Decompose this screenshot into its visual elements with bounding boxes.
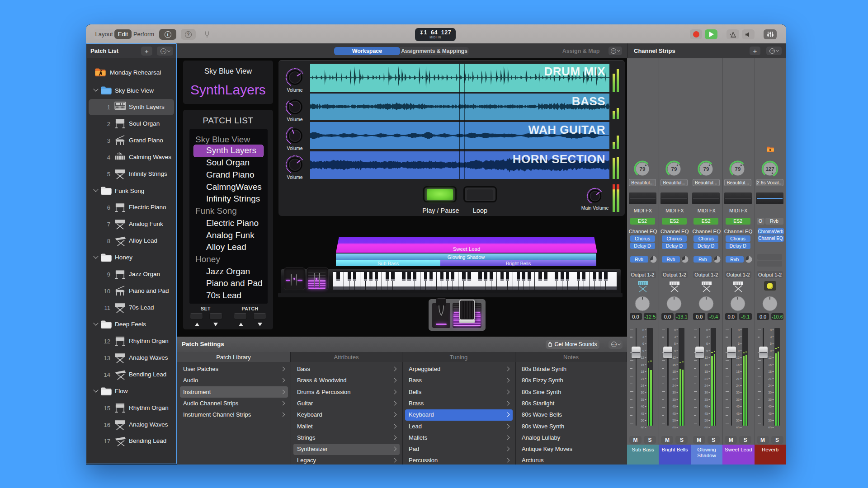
svg-text:35: 35 — [673, 398, 676, 401]
svg-text:12: 12 — [736, 356, 740, 359]
svg-text:18: 18 — [704, 370, 708, 373]
svg-text:18: 18 — [768, 370, 772, 373]
svg-text:50: 50 — [641, 419, 644, 422]
svg-text:30: 30 — [768, 391, 772, 394]
svg-text:0: 0 — [642, 328, 644, 332]
svg-text:3: 3 — [770, 335, 772, 338]
svg-text:0: 0 — [674, 328, 676, 332]
svg-text:40: 40 — [736, 405, 740, 408]
svg-text:9: 9 — [642, 349, 644, 352]
svg-text:6: 6 — [642, 342, 644, 345]
svg-text:50: 50 — [704, 419, 708, 422]
svg-text:24: 24 — [704, 384, 708, 387]
svg-text:60: 60 — [641, 426, 644, 429]
svg-text:40: 40 — [768, 405, 772, 408]
svg-text:35: 35 — [641, 398, 644, 401]
svg-text:50: 50 — [673, 419, 676, 422]
svg-text:50: 50 — [768, 419, 772, 422]
svg-text:60: 60 — [768, 426, 772, 429]
svg-text:35: 35 — [704, 398, 708, 401]
svg-text:30: 30 — [704, 391, 708, 394]
svg-text:12: 12 — [768, 356, 772, 359]
svg-text:35: 35 — [768, 398, 772, 401]
svg-text:21: 21 — [673, 377, 676, 380]
svg-text:0: 0 — [738, 328, 740, 332]
svg-text:40: 40 — [673, 405, 676, 408]
svg-text:0: 0 — [770, 328, 772, 332]
svg-text:24: 24 — [736, 384, 740, 387]
svg-text:24: 24 — [673, 384, 676, 387]
svg-text:21: 21 — [768, 377, 772, 380]
svg-text:9: 9 — [770, 349, 772, 352]
svg-text:0: 0 — [706, 328, 708, 332]
svg-text:9: 9 — [706, 349, 708, 352]
svg-text:12: 12 — [641, 356, 644, 359]
svg-text:79: 79 — [703, 166, 709, 172]
svg-text:12: 12 — [704, 356, 708, 359]
svg-text:15: 15 — [641, 363, 644, 366]
svg-text:45: 45 — [736, 412, 740, 415]
svg-text:15: 15 — [704, 363, 708, 366]
svg-text:21: 21 — [704, 377, 708, 380]
svg-text:15: 15 — [768, 363, 772, 366]
svg-text:15: 15 — [673, 363, 676, 366]
svg-text:18: 18 — [736, 370, 740, 373]
svg-text:79: 79 — [671, 166, 677, 172]
svg-text:9: 9 — [674, 349, 676, 352]
svg-text:35: 35 — [736, 398, 740, 401]
svg-text:6: 6 — [706, 342, 708, 345]
svg-text:24: 24 — [641, 384, 644, 387]
svg-text:15: 15 — [736, 363, 740, 366]
svg-text:40: 40 — [641, 405, 644, 408]
svg-text:3: 3 — [706, 335, 708, 338]
svg-text:60: 60 — [704, 426, 708, 429]
svg-text:24: 24 — [768, 384, 772, 387]
svg-text:79: 79 — [735, 166, 741, 172]
svg-text:60: 60 — [736, 426, 740, 429]
svg-text:30: 30 — [736, 391, 740, 394]
svg-text:30: 30 — [641, 391, 644, 394]
svg-text:50: 50 — [736, 419, 740, 422]
svg-text:45: 45 — [673, 412, 676, 415]
svg-text:12: 12 — [673, 356, 676, 359]
svg-text:18: 18 — [673, 370, 676, 373]
svg-text:21: 21 — [641, 377, 644, 380]
svg-text:45: 45 — [768, 412, 772, 415]
svg-text:3: 3 — [738, 335, 740, 338]
svg-text:45: 45 — [641, 412, 644, 415]
svg-text:60: 60 — [673, 426, 676, 429]
svg-text:3: 3 — [674, 335, 676, 338]
svg-text:40: 40 — [704, 405, 708, 408]
svg-text:18: 18 — [641, 370, 644, 373]
svg-text:3: 3 — [642, 335, 644, 338]
svg-text:6: 6 — [738, 342, 740, 345]
svg-text:9: 9 — [738, 349, 740, 352]
svg-text:79: 79 — [640, 166, 646, 172]
svg-text:30: 30 — [673, 391, 676, 394]
svg-text:6: 6 — [770, 342, 772, 345]
svg-text:127: 127 — [765, 166, 774, 172]
svg-text:6: 6 — [674, 342, 676, 345]
svg-text:21: 21 — [736, 377, 740, 380]
svg-text:45: 45 — [704, 412, 708, 415]
